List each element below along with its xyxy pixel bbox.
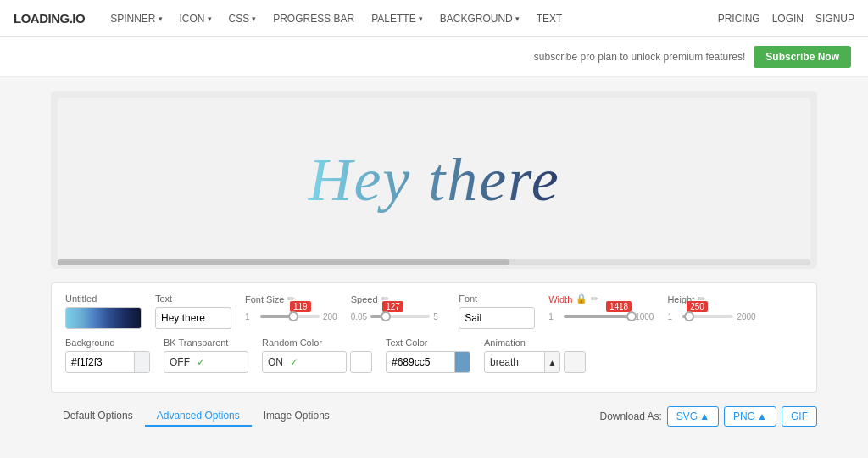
width-max: 1000: [635, 312, 654, 321]
speed-label: Speed: [351, 294, 378, 304]
nav-items: SPINNER ▾ ICON ▾ CSS ▾ PROGRESS BAR PALE…: [102, 0, 717, 37]
preview-text: Hey there: [308, 145, 559, 215]
height-badge: 250: [687, 301, 708, 312]
bg-color-input: [65, 351, 150, 373]
animation-group: Animation breath ▲: [484, 338, 586, 373]
fontsize-max: 200: [323, 312, 337, 321]
bk-check-icon: ✓: [197, 356, 205, 368]
textcolor-input: [386, 351, 470, 373]
width-slider[interactable]: 1418: [564, 308, 632, 325]
speed-min: 0.05: [351, 312, 367, 321]
animation-arrow-icon[interactable]: ▲: [544, 352, 559, 372]
font-label: Font: [459, 293, 535, 304]
textcolor-dot[interactable]: [454, 352, 470, 372]
height-group: Height ✏ 1 250 2000: [667, 293, 755, 325]
speed-group: Speed ✏ 0.05 127 5: [351, 293, 445, 325]
download-gif-button[interactable]: GIF: [782, 406, 817, 427]
random-color-box[interactable]: [350, 351, 372, 373]
speed-thumb[interactable]: [381, 311, 391, 321]
height-min: 1: [667, 312, 679, 321]
animation-extra-box[interactable]: [564, 351, 586, 373]
textcolor-text[interactable]: [387, 353, 454, 371]
preview-scrollbar[interactable]: [58, 259, 810, 265]
text-group: Text: [155, 293, 231, 329]
nav-item-progressbar[interactable]: PROGRESS BAR: [264, 0, 363, 37]
spinner-arrow-icon: ▾: [159, 14, 163, 23]
tab-advanced-options[interactable]: Advanced Options: [145, 406, 252, 427]
width-edit-icon[interactable]: ✏: [591, 293, 598, 304]
text-input[interactable]: [155, 307, 231, 329]
bk-label: BK Transparent: [164, 338, 248, 348]
png-arrow-icon: ▲: [757, 411, 767, 422]
tab-default-options[interactable]: Default Options: [51, 406, 145, 427]
random-group: Random Color ON ✓: [262, 338, 372, 373]
nav-item-css[interactable]: CSS ▾: [220, 0, 265, 37]
animation-label: Animation: [484, 338, 586, 348]
download-png-button[interactable]: PNG ▲: [724, 406, 776, 427]
animation-select[interactable]: breath ▲: [484, 351, 560, 373]
nav-item-spinner[interactable]: SPINNER ▾: [102, 0, 170, 37]
nav-right: PRICING LOGIN SIGNUP: [718, 13, 854, 25]
height-max: 2000: [737, 312, 755, 321]
fontsize-group: Font Size ✏ 1 119 200: [245, 293, 337, 325]
fontsize-thumb[interactable]: [288, 311, 298, 321]
random-check-icon: ✓: [290, 356, 298, 368]
navbar: LOADING.IO SPINNER ▾ ICON ▾ CSS ▾ PROGRE…: [0, 0, 868, 37]
subscribe-button[interactable]: Subscribe Now: [754, 46, 851, 68]
bk-group: BK Transparent OFF ✓: [164, 338, 248, 373]
speed-max: 5: [433, 312, 445, 321]
nav-item-background[interactable]: BACKGROUND ▾: [431, 0, 528, 37]
icon-arrow-icon: ▾: [208, 14, 212, 23]
nav-signup[interactable]: SIGNUP: [815, 13, 854, 25]
width-fill: [564, 315, 632, 318]
bg-group: Background: [65, 338, 150, 373]
textcolor-label: Text Color: [386, 338, 470, 348]
lock-icon: 🔒: [576, 293, 587, 304]
width-thumb[interactable]: [626, 311, 637, 321]
bg-color-dot[interactable]: [134, 352, 149, 372]
textcolor-group: Text Color: [386, 338, 470, 373]
width-group: Width 🔒 ✏ 1 1418 1000: [548, 293, 654, 325]
nav-pricing[interactable]: PRICING: [718, 13, 760, 25]
height-slider[interactable]: 250: [682, 308, 733, 325]
controls-row-1: Untitled Text Font Size ✏ 1 119: [65, 293, 803, 329]
text-label: Text: [155, 293, 231, 304]
width-label: Width: [548, 294, 572, 304]
nav-login[interactable]: LOGIN: [772, 13, 804, 25]
controls-row-2: Background BK Transparent OFF ✓ Random C…: [65, 338, 803, 373]
fontsize-min: 1: [245, 312, 257, 321]
fontsize-slider[interactable]: 119: [260, 308, 320, 325]
download-area: Download As: SVG ▲ PNG ▲ GIF: [599, 406, 817, 427]
tabs-row: Default Options Advanced Options Image O…: [51, 401, 817, 430]
height-slider-row: 1 250 2000: [667, 308, 755, 325]
nav-item-icon[interactable]: ICON ▾: [171, 0, 220, 37]
nav-item-text[interactable]: TEXT: [528, 0, 571, 37]
preview-area: Hey there: [51, 91, 817, 269]
tab-image-options[interactable]: Image Options: [252, 406, 342, 427]
css-arrow-icon: ▾: [252, 14, 256, 23]
background-arrow-icon: ▾: [515, 14, 520, 23]
speed-slider-row: 0.05 127 5: [351, 308, 445, 325]
preview-inner: Hey there: [58, 98, 810, 262]
width-badge: 1418: [606, 301, 632, 312]
brand[interactable]: LOADING.IO: [14, 11, 85, 25]
bg-color-text[interactable]: [66, 353, 134, 371]
speed-track: 127: [370, 315, 430, 318]
scrollbar-thumb: [58, 259, 509, 265]
random-select[interactable]: ON ✓: [262, 351, 347, 373]
width-min: 1: [548, 312, 560, 321]
controls-panel: Untitled Text Font Size ✏ 1 119: [51, 282, 817, 393]
height-track: 250: [682, 315, 733, 318]
font-input[interactable]: [459, 307, 535, 329]
width-slider-row: 1 1418 1000: [548, 308, 654, 325]
nav-item-palette[interactable]: PALETTE ▾: [363, 0, 431, 37]
svg-arrow-icon: ▲: [699, 411, 709, 422]
fontsize-label: Font Size: [245, 294, 284, 304]
speed-slider[interactable]: 127: [370, 308, 430, 325]
palette-arrow-icon: ▾: [419, 14, 423, 23]
bk-select[interactable]: OFF ✓: [164, 351, 248, 373]
color-swatch[interactable]: [65, 307, 142, 329]
download-label: Download As:: [599, 411, 661, 422]
download-svg-button[interactable]: SVG ▲: [667, 406, 719, 427]
height-thumb[interactable]: [684, 311, 694, 321]
